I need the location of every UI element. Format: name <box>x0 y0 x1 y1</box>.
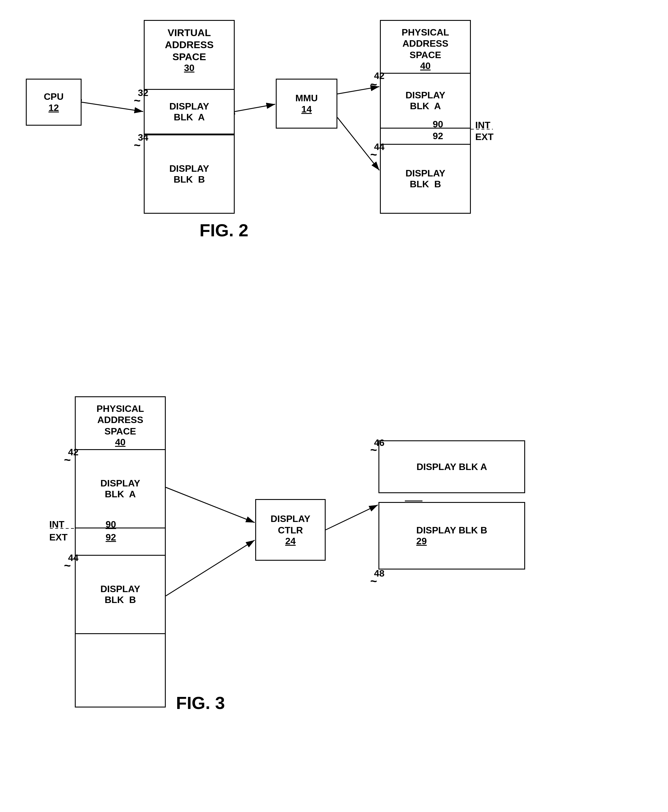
fig3-int-label: INT <box>49 519 65 530</box>
pas-display-a-fig3-label: DISPLAYBLK A <box>100 478 140 500</box>
mmu-label: MMU <box>296 92 318 104</box>
svg-line-7 <box>337 117 379 170</box>
fig2-ext-label: EXT <box>475 132 493 142</box>
squiggle-32: ~ <box>134 94 140 107</box>
pas-display-a-fig2-label: DISPLAYBLK A <box>406 90 445 112</box>
screen-display-a-label: DISPLAY BLK A <box>417 462 487 472</box>
cpu-block: CPU 12 <box>26 79 82 126</box>
fig3-squiggle-42: ~ <box>64 453 71 467</box>
squiggle-34: ~ <box>134 139 140 152</box>
svg-line-11 <box>166 540 255 596</box>
fig2-int-label: INT <box>475 120 491 131</box>
vas-num: 30 <box>184 62 194 74</box>
pas-display-b-fig3-label: DISPLAYBLK B <box>100 584 140 605</box>
screen-notch <box>405 501 423 501</box>
cpu-label: CPU <box>44 91 63 102</box>
fig3-squiggle-44: ~ <box>64 559 71 572</box>
pas-fig3-num: 40 <box>115 437 125 448</box>
pas-display-b-fig2-label: DISPLAYBLK B <box>406 168 445 190</box>
pas-block-fig3: PHYSICALADDRESSSPACE 40 <box>75 396 166 708</box>
pas-fig2-label: PHYSICALADDRESSSPACE <box>402 27 449 60</box>
fig3-ext-label: EXT <box>49 532 67 543</box>
pas-display-a-fig2: DISPLAYBLK A <box>380 73 471 129</box>
ctlr-num: 24 <box>285 536 296 547</box>
svg-line-10 <box>166 487 255 522</box>
cpu-num: 12 <box>48 102 59 113</box>
vas-display-b: DISPLAYBLK B <box>144 134 235 214</box>
ctlr-label: DISPLAYCTLR <box>271 513 311 536</box>
svg-line-12 <box>326 505 378 530</box>
screen-display-a-fig3: DISPLAY BLK A <box>379 440 525 493</box>
svg-line-5 <box>235 104 275 112</box>
fig2-squiggle-42: ~ <box>370 78 377 91</box>
vas-display-a-label: DISPLAYBLK A <box>169 101 209 123</box>
vas-label: VIRTUALADDRESSSPACE <box>165 27 214 62</box>
ctlr-block: DISPLAYCTLR 24 <box>255 499 326 561</box>
screen-display-b-fig3: DISPLAY BLK B29 <box>379 502 525 569</box>
fig3-label-90: 90 <box>105 519 116 530</box>
mmu-block: MMU 14 <box>276 79 337 129</box>
fig2-caption: FIG. 2 <box>199 220 249 240</box>
diagram-container: CPU 12 VIRTUALADDRESSSPACE 30 DISPLAYBLK… <box>0 0 668 812</box>
vas-display-b-label: DISPLAYBLK B <box>169 163 209 185</box>
fig2-label-90: 90 <box>433 119 443 130</box>
pas-display-a-fig3: DISPLAYBLK A <box>75 449 166 528</box>
fig2-label-92: 92 <box>433 131 443 142</box>
pas-display-b-fig3: DISPLAYBLK B <box>75 555 166 634</box>
fig3-squiggle-48: ~ <box>370 574 377 588</box>
mmu-num: 14 <box>301 104 312 115</box>
vas-display-a: DISPLAYBLK A <box>144 89 235 134</box>
fig3-caption: FIG. 3 <box>176 693 225 713</box>
fig2-squiggle-44: ~ <box>370 148 377 161</box>
fig3-squiggle-46: ~ <box>370 443 377 457</box>
pas-fig3-label: PHYSICALADDRESSSPACE <box>97 403 144 437</box>
screen-display-b-label: DISPLAY BLK B29 <box>416 525 487 547</box>
pas-fig2-num: 40 <box>420 60 431 71</box>
pas-display-b-fig2: DISPLAYBLK B <box>380 144 471 214</box>
fig3-label-92: 92 <box>105 532 116 543</box>
